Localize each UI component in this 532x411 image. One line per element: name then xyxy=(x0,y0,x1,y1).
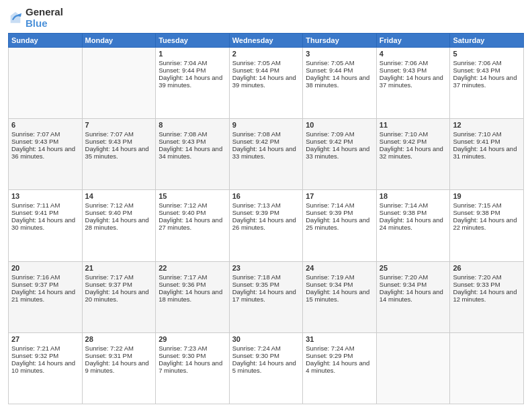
calendar-cell: 13Sunrise: 7:11 AMSunset: 9:41 PMDayligh… xyxy=(9,190,83,261)
sunrise-text: Sunrise: 7:23 AM xyxy=(159,345,226,352)
day-number: 13 xyxy=(11,192,79,200)
logo-icon xyxy=(8,11,23,26)
daylight-text: Daylight: 14 hours and 26 minutes. xyxy=(232,216,300,231)
calendar-cell: 4Sunrise: 7:06 AMSunset: 9:43 PMDaylight… xyxy=(376,48,450,119)
weekday-header-row: SundayMondayTuesdayWednesdayThursdayFrid… xyxy=(9,34,524,48)
sunset-text: Sunset: 9:43 PM xyxy=(453,66,521,74)
sunset-text: Sunset: 9:38 PM xyxy=(453,209,521,216)
sunrise-text: Sunrise: 7:04 AM xyxy=(159,59,226,66)
weekday-header-saturday: Saturday xyxy=(450,34,524,48)
day-number: 20 xyxy=(11,264,79,272)
day-number: 10 xyxy=(306,121,373,129)
daylight-text: Daylight: 14 hours and 38 minutes. xyxy=(306,74,373,89)
calendar-cell: 24Sunrise: 7:19 AMSunset: 9:34 PMDayligh… xyxy=(303,261,377,332)
sunrise-text: Sunrise: 7:22 AM xyxy=(85,345,153,352)
daylight-text: Daylight: 14 hours and 7 minutes. xyxy=(159,359,226,374)
sunset-text: Sunset: 9:44 PM xyxy=(306,66,373,74)
calendar-cell: 10Sunrise: 7:09 AMSunset: 9:42 PMDayligh… xyxy=(303,119,377,190)
sunset-text: Sunset: 9:34 PM xyxy=(380,281,447,288)
weekday-header-wednesday: Wednesday xyxy=(229,34,303,48)
sunrise-text: Sunrise: 7:13 AM xyxy=(232,201,300,209)
calendar-cell xyxy=(450,332,524,404)
week-row-5: 27Sunrise: 7:21 AMSunset: 9:32 PMDayligh… xyxy=(9,332,524,404)
sunrise-text: Sunrise: 7:21 AM xyxy=(11,345,79,352)
week-row-4: 20Sunrise: 7:16 AMSunset: 9:37 PMDayligh… xyxy=(9,261,524,332)
sunset-text: Sunset: 9:37 PM xyxy=(85,281,153,288)
daylight-text: Daylight: 14 hours and 37 minutes. xyxy=(380,74,447,89)
sunrise-text: Sunrise: 7:10 AM xyxy=(453,130,521,138)
weekday-header-thursday: Thursday xyxy=(303,34,377,48)
calendar: SundayMondayTuesdayWednesdayThursdayFrid… xyxy=(8,33,524,404)
calendar-cell xyxy=(9,48,83,119)
daylight-text: Daylight: 14 hours and 12 minutes. xyxy=(453,288,521,303)
sunrise-text: Sunrise: 7:24 AM xyxy=(232,345,300,352)
sunrise-text: Sunrise: 7:16 AM xyxy=(11,273,79,281)
sunset-text: Sunset: 9:38 PM xyxy=(380,209,447,216)
sunrise-text: Sunrise: 7:11 AM xyxy=(11,201,79,209)
daylight-text: Daylight: 14 hours and 34 minutes. xyxy=(159,145,226,160)
sunset-text: Sunset: 9:35 PM xyxy=(232,281,300,288)
calendar-cell: 14Sunrise: 7:12 AMSunset: 9:40 PMDayligh… xyxy=(82,190,156,261)
sunrise-text: Sunrise: 7:24 AM xyxy=(306,345,373,352)
day-number: 12 xyxy=(453,121,521,129)
calendar-cell xyxy=(376,332,450,404)
day-number: 30 xyxy=(232,335,300,343)
sunrise-text: Sunrise: 7:07 AM xyxy=(85,130,153,138)
logo: General Blue xyxy=(8,7,63,29)
day-number: 11 xyxy=(380,121,447,129)
day-number: 27 xyxy=(11,335,79,343)
sunset-text: Sunset: 9:42 PM xyxy=(380,138,447,145)
day-number: 25 xyxy=(380,264,447,272)
day-number: 17 xyxy=(306,192,373,200)
calendar-cell: 1Sunrise: 7:04 AMSunset: 9:44 PMDaylight… xyxy=(156,48,230,119)
day-number: 21 xyxy=(85,264,153,272)
daylight-text: Daylight: 14 hours and 17 minutes. xyxy=(232,288,300,303)
calendar-cell: 6Sunrise: 7:07 AMSunset: 9:43 PMDaylight… xyxy=(9,119,83,190)
sunset-text: Sunset: 9:40 PM xyxy=(85,209,153,216)
calendar-cell: 7Sunrise: 7:07 AMSunset: 9:43 PMDaylight… xyxy=(82,119,156,190)
day-number: 7 xyxy=(85,121,153,129)
sunrise-text: Sunrise: 7:08 AM xyxy=(159,130,226,138)
sunset-text: Sunset: 9:41 PM xyxy=(453,138,521,145)
sunrise-text: Sunrise: 7:05 AM xyxy=(306,59,373,66)
sunrise-text: Sunrise: 7:18 AM xyxy=(232,273,300,281)
daylight-text: Daylight: 14 hours and 24 minutes. xyxy=(380,216,447,231)
day-number: 16 xyxy=(232,192,300,200)
sunset-text: Sunset: 9:44 PM xyxy=(232,66,300,74)
calendar-cell: 18Sunrise: 7:14 AMSunset: 9:38 PMDayligh… xyxy=(376,190,450,261)
calendar-cell: 31Sunrise: 7:24 AMSunset: 9:29 PMDayligh… xyxy=(303,332,377,404)
calendar-cell: 26Sunrise: 7:20 AMSunset: 9:33 PMDayligh… xyxy=(450,261,524,332)
sunset-text: Sunset: 9:43 PM xyxy=(11,138,79,145)
sunrise-text: Sunrise: 7:07 AM xyxy=(11,130,79,138)
calendar-cell: 22Sunrise: 7:17 AMSunset: 9:36 PMDayligh… xyxy=(156,261,230,332)
daylight-text: Daylight: 14 hours and 10 minutes. xyxy=(11,359,79,374)
daylight-text: Daylight: 14 hours and 20 minutes. xyxy=(85,288,153,303)
day-number: 8 xyxy=(159,121,226,129)
day-number: 6 xyxy=(11,121,79,129)
sunset-text: Sunset: 9:44 PM xyxy=(159,66,226,74)
daylight-text: Daylight: 14 hours and 32 minutes. xyxy=(380,145,447,160)
week-row-3: 13Sunrise: 7:11 AMSunset: 9:41 PMDayligh… xyxy=(9,190,524,261)
daylight-text: Daylight: 14 hours and 36 minutes. xyxy=(11,145,79,160)
sunrise-text: Sunrise: 7:09 AM xyxy=(306,130,373,138)
week-row-2: 6Sunrise: 7:07 AMSunset: 9:43 PMDaylight… xyxy=(9,119,524,190)
sunrise-text: Sunrise: 7:15 AM xyxy=(453,201,521,209)
sunrise-text: Sunrise: 7:14 AM xyxy=(380,201,447,209)
daylight-text: Daylight: 14 hours and 5 minutes. xyxy=(232,359,300,374)
day-number: 19 xyxy=(453,192,521,200)
sunset-text: Sunset: 9:43 PM xyxy=(159,138,226,145)
day-number: 26 xyxy=(453,264,521,272)
daylight-text: Daylight: 14 hours and 21 minutes. xyxy=(11,288,79,303)
day-number: 5 xyxy=(453,50,521,58)
sunset-text: Sunset: 9:41 PM xyxy=(11,209,79,216)
sunrise-text: Sunrise: 7:08 AM xyxy=(232,130,300,138)
calendar-cell: 9Sunrise: 7:08 AMSunset: 9:42 PMDaylight… xyxy=(229,119,303,190)
week-row-1: 1Sunrise: 7:04 AMSunset: 9:44 PMDaylight… xyxy=(9,48,524,119)
sunrise-text: Sunrise: 7:17 AM xyxy=(85,273,153,281)
calendar-cell: 23Sunrise: 7:18 AMSunset: 9:35 PMDayligh… xyxy=(229,261,303,332)
sunset-text: Sunset: 9:42 PM xyxy=(306,138,373,145)
sunset-text: Sunset: 9:30 PM xyxy=(159,352,226,359)
logo-text: General Blue xyxy=(26,7,63,29)
calendar-cell: 29Sunrise: 7:23 AMSunset: 9:30 PMDayligh… xyxy=(156,332,230,404)
sunrise-text: Sunrise: 7:17 AM xyxy=(159,273,226,281)
